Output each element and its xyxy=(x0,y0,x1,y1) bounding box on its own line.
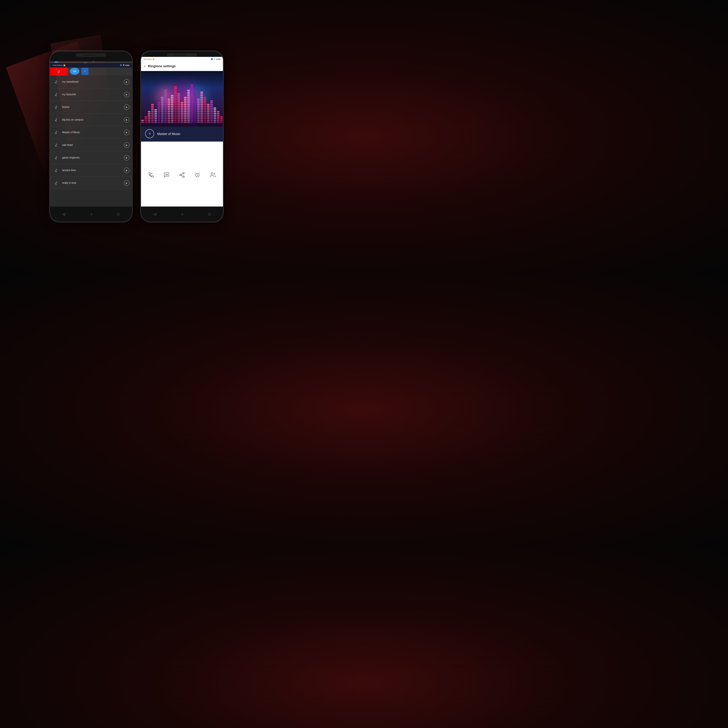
bar-segment xyxy=(207,107,210,109)
bar-segment xyxy=(200,102,203,103)
bar-segment xyxy=(168,116,170,118)
bar-segment xyxy=(194,113,196,114)
play-btn-my-favourite[interactable]: ▶ xyxy=(124,92,129,97)
song-item-my-sweetheart[interactable]: my sweetheart ▶ xyxy=(50,76,132,88)
bar-segment xyxy=(194,120,196,121)
song-item-sad-heart[interactable]: sad heart ▶ xyxy=(50,139,132,151)
music-icon-my-sweetheart xyxy=(53,78,60,86)
nav-back-right[interactable]: ◁ xyxy=(153,212,156,216)
nav-back-left[interactable]: ◁ xyxy=(63,212,65,216)
music-icon-ancient xyxy=(53,167,60,174)
set-contact-btn[interactable] xyxy=(210,172,216,178)
bar-segment xyxy=(174,109,177,110)
nav-recent-right[interactable]: □ xyxy=(208,212,210,216)
carrier1-left: China Telecom xyxy=(53,64,63,66)
bar-segment xyxy=(154,111,157,112)
bar-segment xyxy=(168,109,170,110)
bar-segment xyxy=(141,120,144,121)
bar-segment xyxy=(210,107,213,109)
song-item-master-of-music[interactable]: Master of Music ▶ xyxy=(50,126,132,139)
nav-home-left[interactable]: ○ xyxy=(90,212,92,216)
bar-segment xyxy=(151,109,154,110)
bar-segment xyxy=(210,120,213,121)
bar-segment xyxy=(177,109,180,110)
bar-segment xyxy=(204,111,206,112)
bar-segment xyxy=(171,120,173,121)
bar-segment xyxy=(194,122,196,123)
play-btn-festive[interactable]: ▶ xyxy=(124,104,129,110)
bar-segment xyxy=(204,97,206,98)
nav-home-right[interactable]: ○ xyxy=(181,212,183,216)
bar-segment xyxy=(158,106,160,107)
status-bar-left: China Telecom 📶 🔵 🔋 8:53 xyxy=(50,63,132,67)
bar-segment xyxy=(164,100,167,102)
song-item-big-boy-on-campus[interactable]: big boy on campus ▶ xyxy=(50,113,132,126)
bar-segment xyxy=(200,92,203,93)
bar-segment xyxy=(194,106,196,107)
bar-segment xyxy=(145,122,147,123)
bar-segment xyxy=(210,111,213,112)
pause-button[interactable]: ⏸ xyxy=(145,129,154,138)
bar-segment xyxy=(191,99,193,100)
bar-segment xyxy=(191,106,193,107)
bar-segment xyxy=(181,107,183,109)
bar-segment xyxy=(158,120,160,121)
song-name-master-of-music: Master of Music xyxy=(62,131,124,134)
music-icon-sad-heart xyxy=(53,141,60,149)
song-item-really-in-love[interactable]: really in love ▶ xyxy=(50,177,132,189)
bar-segment xyxy=(210,102,213,103)
bar-segment xyxy=(168,99,170,100)
play-btn-really-in-love[interactable]: ▶ xyxy=(124,180,129,186)
track-name: Master of Music xyxy=(157,132,180,136)
bar-segment xyxy=(168,100,170,102)
bar-segment xyxy=(191,118,193,119)
song-item-my-favourite[interactable]: my favourite ▶ xyxy=(50,88,132,101)
bar-segment xyxy=(200,107,203,109)
song-name-my-sweetheart: my sweetheart xyxy=(62,80,124,83)
bar-segment xyxy=(174,90,177,91)
bar-segment xyxy=(187,100,190,102)
play-btn-sad-heart[interactable]: ▶ xyxy=(124,142,129,148)
bar-segment xyxy=(181,122,183,123)
music-app-btn[interactable]: ♪ xyxy=(50,67,68,76)
bar-col-7 xyxy=(164,90,167,123)
bar-segment xyxy=(214,111,216,112)
set-sms-btn[interactable] xyxy=(164,172,170,178)
bar-segment xyxy=(158,115,160,116)
play-btn-ancient[interactable]: ▶ xyxy=(124,168,129,173)
bar-segment xyxy=(141,122,144,123)
song-item-game-ringtones[interactable]: game ringtones ▶ xyxy=(50,151,132,164)
play-btn-big-boy[interactable]: ▶ xyxy=(124,117,129,122)
action-bar xyxy=(141,142,223,208)
bar-col-11 xyxy=(177,93,180,123)
set-alarm-btn[interactable] xyxy=(194,172,200,178)
bar-segment xyxy=(168,111,170,112)
bar-segment xyxy=(174,99,177,100)
status-right-info: 🔵 🔋 8:53 xyxy=(120,64,129,66)
song-item-festive[interactable]: festive ▶ xyxy=(50,101,132,113)
bar-segment xyxy=(181,111,183,112)
set-ringtone-btn[interactable] xyxy=(148,172,154,178)
bar-segment xyxy=(217,118,219,119)
share-btn[interactable] xyxy=(179,172,185,178)
bar-segment xyxy=(184,118,187,119)
bar-segment xyxy=(174,86,177,87)
bar-segment xyxy=(171,109,173,110)
bar-col-1 xyxy=(145,116,147,123)
play-btn-master[interactable]: ▶ xyxy=(124,130,129,135)
back-button-right[interactable]: ‹ xyxy=(144,64,145,69)
play-btn-my-sweetheart[interactable]: ▶ xyxy=(124,79,129,85)
song-name-festive: festive xyxy=(62,106,124,109)
ad-badge[interactable]: AD xyxy=(70,68,80,75)
bar-segment xyxy=(177,118,180,119)
bar-segment xyxy=(197,116,200,118)
check-badge[interactable]: ✓ xyxy=(81,68,89,75)
bar-segment xyxy=(191,109,193,110)
song-item-ancient-time[interactable]: ancient time ▶ xyxy=(50,164,132,177)
nav-recent-left[interactable]: □ xyxy=(117,212,119,216)
play-btn-game[interactable]: ▶ xyxy=(124,155,129,161)
bar-segment xyxy=(184,115,187,116)
bar-col-16 xyxy=(194,93,196,123)
bar-segment xyxy=(154,115,157,116)
bar-segment xyxy=(187,113,190,114)
